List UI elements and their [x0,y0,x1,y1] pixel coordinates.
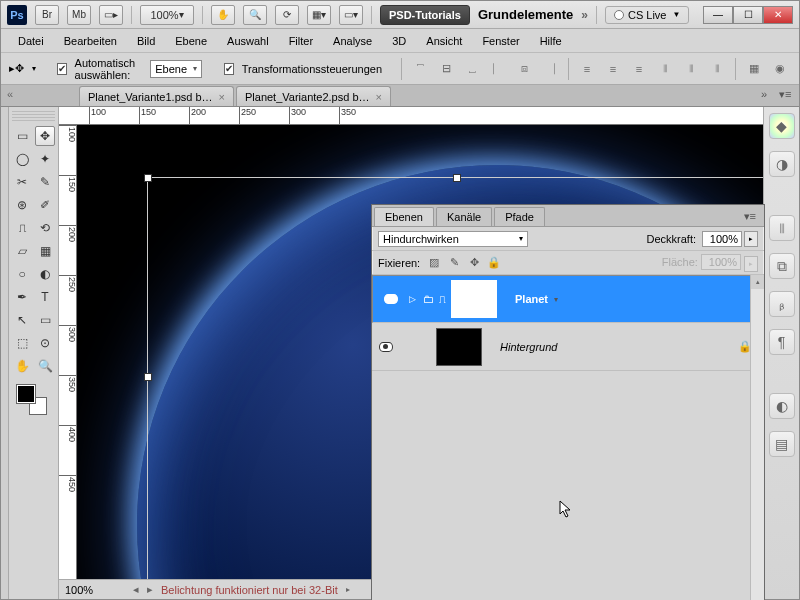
ruler-horizontal[interactable]: 100 150 200 250 300 350 [59,107,763,125]
lock-position-icon[interactable]: ✥ [466,255,482,271]
transform-checkbox[interactable]: ✔ [224,63,234,75]
color-panel-icon[interactable]: ◆ [769,113,795,139]
menu-ansicht[interactable]: Ansicht [417,32,471,50]
layers-panel-icon[interactable]: ◐ [769,393,795,419]
align-left-icon[interactable]: ⎸ [487,58,509,80]
transform-handle-tl[interactable] [144,174,152,182]
zoom-tool-button[interactable]: 🔍 [243,5,267,25]
dist-left-icon[interactable]: ⦀ [654,58,676,80]
toolbox-handle[interactable] [12,111,55,121]
3d-tool[interactable]: ⬚ [12,333,32,353]
transform-handle-ml[interactable] [144,373,152,381]
lock-transparency-icon[interactable]: ▨ [426,255,442,271]
gradient-tool[interactable]: ▦ [35,241,55,261]
lock-all-icon[interactable]: 🔒 [486,255,502,271]
doctab-2[interactable]: Planet_Variante2.psd b…× [236,86,391,106]
screen-mode-button[interactable]: ▭▸ [99,5,123,25]
arrange-docs-button[interactable]: ▦▾ [307,5,331,25]
blend-mode-dropdown[interactable]: Hindurchwirken [378,231,528,247]
menu-analyse[interactable]: Analyse [324,32,381,50]
history-brush-tool[interactable]: ⟲ [35,218,55,238]
visibility-toggle-icon[interactable] [379,342,393,352]
fg-color-swatch[interactable] [17,385,35,403]
autoselect-checkbox[interactable]: ✔ [57,63,67,75]
workspace-more-icon[interactable]: » [581,8,588,22]
3d-mode-icon[interactable]: ◉ [769,58,791,80]
styles-panel-icon[interactable]: ᵦ [769,291,795,317]
menu-3d[interactable]: 3D [383,32,415,50]
doctab-1[interactable]: Planet_Variante1.psd b…× [79,86,234,106]
dist-bottom-icon[interactable]: ≡ [628,58,650,80]
maximize-button[interactable]: ☐ [733,6,763,24]
layer-hintergrund[interactable]: Hintergrund 🔒 [372,323,764,371]
type-tool[interactable]: T [35,287,55,307]
align-right-icon[interactable]: ⎹ [539,58,561,80]
tab-pfade[interactable]: Pfade [494,207,545,226]
doctabs-expand-icon[interactable]: » [761,88,775,102]
transform-handle-tc[interactable] [453,174,461,182]
status-arrow-right-icon[interactable]: ▸ [147,583,153,596]
dist-right-icon[interactable]: ⦀ [706,58,728,80]
layer-name[interactable]: Planet [501,293,548,305]
layer-planet[interactable]: ▷ 🗀 ⎍ Planet [372,275,764,323]
stamp-tool[interactable]: ⎍ [12,218,32,238]
minibridge-button[interactable]: Mb [67,5,91,25]
status-menu-icon[interactable]: ▸ [346,585,350,594]
panel-menu-icon[interactable]: ▾≡ [736,207,764,226]
zoom-level-button[interactable]: 100% ▾ [140,5,194,25]
group-expand-icon[interactable]: ▷ [405,294,419,304]
close-button[interactable]: ✕ [763,6,793,24]
workspace-psdtutorials[interactable]: PSD-Tutorials [380,5,470,25]
status-arrow-left-icon[interactable]: ◂ [133,583,139,596]
align-top-icon[interactable]: ⎴ [409,58,431,80]
align-bottom-icon[interactable]: ⎵ [461,58,483,80]
layer-thumbnail[interactable] [451,280,497,318]
bridge-button[interactable]: Br [35,5,59,25]
align-vmid-icon[interactable]: ⊟ [435,58,457,80]
3dcamera-tool[interactable]: ⊙ [35,333,55,353]
menu-hilfe[interactable]: Hilfe [531,32,571,50]
opacity-input[interactable] [702,231,742,247]
scroll-up-icon[interactable]: ▴ [751,275,764,289]
minimize-button[interactable]: — [703,6,733,24]
healing-tool[interactable]: ⊛ [12,195,32,215]
hand-tool[interactable]: ✋ [12,356,32,376]
ruler-vertical[interactable]: 100 150 200 250 300 350 400 450 [59,125,77,579]
lasso-tool[interactable]: ◯ [12,149,32,169]
brush-tool[interactable]: ✐ [35,195,55,215]
menu-ebene[interactable]: Ebene [166,32,216,50]
opacity-slider-icon[interactable]: ▸ [744,231,758,247]
magicwand-tool[interactable]: ✦ [35,149,55,169]
menu-auswahl[interactable]: Auswahl [218,32,278,50]
menu-filter[interactable]: Filter [280,32,322,50]
layer-thumbnail[interactable] [436,328,482,366]
dist-vmid-icon[interactable]: ≡ [602,58,624,80]
tab-ebenen[interactable]: Ebenen [374,207,434,226]
tab-kanaele[interactable]: Kanäle [436,207,492,226]
collapse-panels-icon[interactable]: « [7,88,21,102]
menu-bild[interactable]: Bild [128,32,164,50]
eraser-tool[interactable]: ▱ [12,241,32,261]
eyedropper-tool[interactable]: ✎ [35,172,55,192]
layers-scrollbar[interactable]: ▴ ▾ [750,275,764,600]
marquee-tool[interactable]: ▭ [12,126,32,146]
cslive-button[interactable]: CS Live▼ [605,6,689,24]
shape-tool[interactable]: ▭ [35,310,55,330]
path-select-tool[interactable]: ↖ [12,310,32,330]
status-zoom[interactable]: 100% [65,584,125,596]
rotate-view-button[interactable]: ⟳ [275,5,299,25]
crop-tool[interactable]: ✂ [12,172,32,192]
dist-hmid-icon[interactable]: ⦀ [680,58,702,80]
menu-datei[interactable]: Datei [9,32,53,50]
doctab-2-close-icon[interactable]: × [376,91,382,103]
color-swatches[interactable] [17,385,47,415]
menu-fenster[interactable]: Fenster [473,32,528,50]
workspace-grundelemente[interactable]: Grundelemente [478,7,573,22]
pen-tool[interactable]: ✒ [12,287,32,307]
blur-tool[interactable]: ○ [12,264,32,284]
autoselect-dropdown[interactable]: Ebene [150,60,202,78]
channels-panel-icon[interactable]: ▤ [769,431,795,457]
hand-tool-button[interactable]: ✋ [211,5,235,25]
zoom-tool[interactable]: 🔍 [35,356,55,376]
dodge-tool[interactable]: ◐ [35,264,55,284]
